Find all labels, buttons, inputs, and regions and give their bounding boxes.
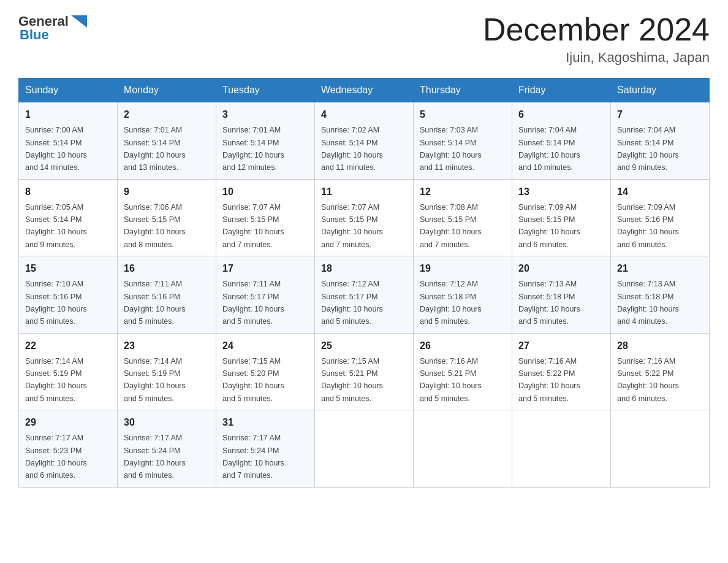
calendar-cell: 9 Sunrise: 7:06 AMSunset: 5:15 PMDayligh… <box>118 179 216 256</box>
calendar-cell: 23 Sunrise: 7:14 AMSunset: 5:19 PMDaylig… <box>118 333 216 410</box>
header-monday: Monday <box>118 79 216 102</box>
day-info: Sunrise: 7:11 AMSunset: 5:16 PMDaylight:… <box>124 280 186 326</box>
calendar-header: Sunday Monday Tuesday Wednesday Thursday… <box>19 79 710 102</box>
calendar-cell: 1 Sunrise: 7:00 AMSunset: 5:14 PMDayligh… <box>19 102 118 180</box>
day-info: Sunrise: 7:14 AMSunset: 5:19 PMDaylight:… <box>124 357 186 403</box>
page-header: General Blue December 2024 Ijuin, Kagosh… <box>18 12 710 66</box>
day-info: Sunrise: 7:16 AMSunset: 5:22 PMDaylight:… <box>518 357 580 403</box>
calendar-cell: 14 Sunrise: 7:09 AMSunset: 5:16 PMDaylig… <box>611 179 710 256</box>
calendar-cell: 31 Sunrise: 7:17 AMSunset: 5:24 PMDaylig… <box>216 410 315 488</box>
day-number: 11 <box>321 185 407 199</box>
day-info: Sunrise: 7:16 AMSunset: 5:21 PMDaylight:… <box>420 357 482 403</box>
calendar-cell: 3 Sunrise: 7:01 AMSunset: 5:14 PMDayligh… <box>216 102 315 180</box>
calendar-table: Sunday Monday Tuesday Wednesday Thursday… <box>18 78 710 488</box>
location-subtitle: Ijuin, Kagoshima, Japan <box>483 50 710 66</box>
logo-blue-text: Blue <box>20 27 49 43</box>
day-info: Sunrise: 7:05 AMSunset: 5:14 PMDaylight:… <box>25 203 87 249</box>
calendar-cell: 18 Sunrise: 7:12 AMSunset: 5:17 PMDaylig… <box>315 256 414 334</box>
day-info: Sunrise: 7:09 AMSunset: 5:16 PMDaylight:… <box>617 203 679 249</box>
calendar-cell: 7 Sunrise: 7:04 AMSunset: 5:14 PMDayligh… <box>611 102 710 180</box>
day-number: 31 <box>222 415 308 430</box>
header-friday: Friday <box>512 79 611 102</box>
header-saturday: Saturday <box>611 79 710 102</box>
day-info: Sunrise: 7:04 AMSunset: 5:14 PMDaylight:… <box>617 126 679 172</box>
day-number: 21 <box>617 261 703 276</box>
calendar-cell: 4 Sunrise: 7:02 AMSunset: 5:14 PMDayligh… <box>315 102 414 180</box>
logo-triangle-icon <box>70 12 88 31</box>
day-info: Sunrise: 7:12 AMSunset: 5:18 PMDaylight:… <box>420 280 482 326</box>
logo: General Blue <box>18 12 88 43</box>
day-number: 4 <box>321 107 407 122</box>
day-info: Sunrise: 7:10 AMSunset: 5:16 PMDaylight:… <box>25 280 87 326</box>
day-number: 14 <box>617 185 703 199</box>
calendar-cell: 19 Sunrise: 7:12 AMSunset: 5:18 PMDaylig… <box>414 256 512 334</box>
day-info: Sunrise: 7:13 AMSunset: 5:18 PMDaylight:… <box>617 280 679 326</box>
calendar-cell: 5 Sunrise: 7:03 AMSunset: 5:14 PMDayligh… <box>414 102 512 180</box>
day-number: 30 <box>124 415 210 430</box>
header-sunday: Sunday <box>19 79 118 102</box>
day-info: Sunrise: 7:16 AMSunset: 5:22 PMDaylight:… <box>617 357 679 403</box>
day-info: Sunrise: 7:17 AMSunset: 5:23 PMDaylight:… <box>25 434 87 480</box>
calendar-cell <box>414 410 512 488</box>
day-number: 16 <box>124 261 210 276</box>
day-number: 15 <box>25 261 111 276</box>
day-number: 22 <box>25 339 111 353</box>
day-number: 28 <box>617 339 703 353</box>
calendar-week-row: 1 Sunrise: 7:00 AMSunset: 5:14 PMDayligh… <box>19 102 710 180</box>
day-number: 12 <box>420 185 506 199</box>
day-number: 27 <box>518 339 604 353</box>
day-number: 20 <box>518 261 604 276</box>
calendar-week-row: 29 Sunrise: 7:17 AMSunset: 5:23 PMDaylig… <box>19 410 710 488</box>
calendar-cell: 25 Sunrise: 7:15 AMSunset: 5:21 PMDaylig… <box>315 333 414 410</box>
header-tuesday: Tuesday <box>216 79 315 102</box>
day-number: 5 <box>420 107 506 122</box>
day-info: Sunrise: 7:06 AMSunset: 5:15 PMDaylight:… <box>124 203 186 249</box>
day-number: 29 <box>25 415 111 430</box>
day-info: Sunrise: 7:12 AMSunset: 5:17 PMDaylight:… <box>321 280 383 326</box>
day-number: 19 <box>420 261 506 276</box>
day-info: Sunrise: 7:03 AMSunset: 5:14 PMDaylight:… <box>420 126 482 172</box>
day-number: 10 <box>222 185 308 199</box>
day-info: Sunrise: 7:15 AMSunset: 5:21 PMDaylight:… <box>321 357 383 403</box>
calendar-week-row: 15 Sunrise: 7:10 AMSunset: 5:16 PMDaylig… <box>19 256 710 334</box>
day-number: 2 <box>124 107 210 122</box>
calendar-cell: 20 Sunrise: 7:13 AMSunset: 5:18 PMDaylig… <box>512 256 611 334</box>
day-number: 26 <box>420 339 506 353</box>
day-info: Sunrise: 7:15 AMSunset: 5:20 PMDaylight:… <box>222 357 284 403</box>
day-number: 18 <box>321 261 407 276</box>
calendar-cell: 28 Sunrise: 7:16 AMSunset: 5:22 PMDaylig… <box>611 333 710 410</box>
calendar-cell: 15 Sunrise: 7:10 AMSunset: 5:16 PMDaylig… <box>19 256 118 334</box>
day-info: Sunrise: 7:08 AMSunset: 5:15 PMDaylight:… <box>420 203 482 249</box>
calendar-cell <box>315 410 414 488</box>
day-number: 8 <box>25 185 111 199</box>
calendar-cell <box>512 410 611 488</box>
calendar-cell: 24 Sunrise: 7:15 AMSunset: 5:20 PMDaylig… <box>216 333 315 410</box>
day-info: Sunrise: 7:07 AMSunset: 5:15 PMDaylight:… <box>321 203 383 249</box>
calendar-cell: 17 Sunrise: 7:11 AMSunset: 5:17 PMDaylig… <box>216 256 315 334</box>
calendar-week-row: 8 Sunrise: 7:05 AMSunset: 5:14 PMDayligh… <box>19 179 710 256</box>
svg-marker-0 <box>71 15 87 28</box>
calendar-week-row: 22 Sunrise: 7:14 AMSunset: 5:19 PMDaylig… <box>19 333 710 410</box>
calendar-cell <box>611 410 710 488</box>
day-info: Sunrise: 7:17 AMSunset: 5:24 PMDaylight:… <box>222 434 284 480</box>
calendar-cell: 26 Sunrise: 7:16 AMSunset: 5:21 PMDaylig… <box>414 333 512 410</box>
calendar-cell: 30 Sunrise: 7:17 AMSunset: 5:24 PMDaylig… <box>118 410 216 488</box>
day-info: Sunrise: 7:01 AMSunset: 5:14 PMDaylight:… <box>222 126 284 172</box>
day-number: 17 <box>222 261 308 276</box>
calendar-cell: 12 Sunrise: 7:08 AMSunset: 5:15 PMDaylig… <box>414 179 512 256</box>
day-info: Sunrise: 7:07 AMSunset: 5:15 PMDaylight:… <box>222 203 284 249</box>
month-year-title: December 2024 <box>483 12 710 47</box>
day-info: Sunrise: 7:02 AMSunset: 5:14 PMDaylight:… <box>321 126 383 172</box>
calendar-cell: 2 Sunrise: 7:01 AMSunset: 5:14 PMDayligh… <box>118 102 216 180</box>
calendar-cell: 11 Sunrise: 7:07 AMSunset: 5:15 PMDaylig… <box>315 179 414 256</box>
calendar-cell: 22 Sunrise: 7:14 AMSunset: 5:19 PMDaylig… <box>19 333 118 410</box>
day-info: Sunrise: 7:00 AMSunset: 5:14 PMDaylight:… <box>25 126 87 172</box>
day-number: 13 <box>518 185 604 199</box>
weekday-header-row: Sunday Monday Tuesday Wednesday Thursday… <box>19 79 710 102</box>
day-number: 24 <box>222 339 308 353</box>
day-info: Sunrise: 7:14 AMSunset: 5:19 PMDaylight:… <box>25 357 87 403</box>
calendar-cell: 16 Sunrise: 7:11 AMSunset: 5:16 PMDaylig… <box>118 256 216 334</box>
header-wednesday: Wednesday <box>315 79 414 102</box>
day-number: 1 <box>25 107 111 122</box>
day-number: 6 <box>518 107 604 122</box>
